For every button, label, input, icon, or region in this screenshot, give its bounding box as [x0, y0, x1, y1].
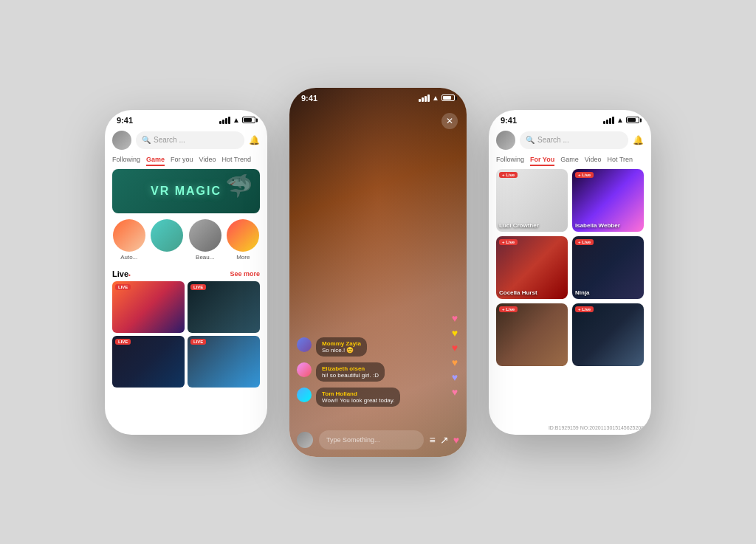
live-cards-grid: + Live Luci Crowther + Live Isabella Web… [489, 169, 651, 366]
stream-input-row: Type Something... ≡ ↗ ♥ [297, 430, 459, 450]
comment-bubble-3: Tom Holland Wow!! You look great today. [316, 388, 400, 407]
heart-5: ♥ [452, 371, 458, 383]
close-button[interactable]: ✕ [441, 113, 458, 129]
wifi-icon-center: ▲ [432, 94, 439, 102]
tab-video-right[interactable]: Video [585, 156, 602, 166]
status-icons-right: ▲ [603, 116, 639, 124]
list-icon[interactable]: ≡ [430, 434, 436, 446]
tab-hottrend-right[interactable]: Hot Tren [608, 156, 633, 166]
live-header: Live• See more [105, 266, 267, 281]
search-placeholder-left: Search ... [154, 136, 185, 144]
avatar-left[interactable] [112, 131, 131, 150]
live-card-3[interactable]: + Live Cocella Hurst [496, 236, 568, 299]
search-box-right[interactable]: 🔍 Search ... [520, 131, 628, 149]
see-more-btn[interactable]: See more [230, 270, 260, 278]
category-item[interactable]: Auto... [112, 219, 146, 261]
live-card-5[interactable]: + Live [496, 303, 568, 366]
tab-following-left[interactable]: Following [112, 156, 140, 166]
type-input[interactable]: Type Something... [319, 430, 424, 450]
status-bar-left: 9:41 ▲ [105, 110, 267, 128]
tab-following-right[interactable]: Following [496, 156, 524, 166]
battery-icon [242, 117, 255, 123]
tab-game-left[interactable]: Game [146, 156, 165, 166]
phone-left: 9:41 ▲ 🔍 Search ... 🔔 [105, 110, 267, 435]
hearts-area: ♥ ♥ ♥ ♥ ♥ ♥ [452, 312, 458, 398]
signal-icon-right [603, 117, 614, 124]
cat-circle-3 [189, 219, 221, 252]
live-card-2[interactable]: + Live Isabella Webber [572, 169, 644, 232]
signal-icon [219, 117, 230, 124]
comment-2: Elizabeth olsen hi! so beautiful girl. :… [297, 362, 422, 382]
battery-icon-center [441, 94, 455, 101]
tab-video-left[interactable]: Video [199, 156, 216, 166]
comment-1: Mommy Zayla So nice.! 😊 [297, 337, 422, 357]
status-bar-right: 9:41 ▲ [489, 110, 651, 128]
live-thumb-2[interactable]: LIVE [188, 281, 260, 333]
stream-background: 9:41 ▲ ✕ ♥ [289, 88, 467, 457]
phones-container: 9:41 ▲ 🔍 Search ... 🔔 [0, 0, 756, 544]
search-icon-left: 🔍 [142, 136, 151, 144]
live-thumb-4[interactable]: LIVE [188, 336, 260, 388]
comment-text-1: So nice.! 😊 [322, 347, 361, 354]
live-badge-card-6: + Live [575, 306, 594, 312]
nav-tabs-right: Following For You Game Video Hot Tren [489, 153, 651, 169]
tab-hottrend-left[interactable]: Hot Trend [221, 156, 251, 166]
banner-text-left: VR MAGIC [151, 185, 221, 198]
search-row-right: 🔍 Search ... 🔔 [489, 128, 651, 153]
comment-avatar-2 [297, 362, 312, 377]
live-grid-left: LIVE LIVE LIVE LIVE [105, 281, 267, 388]
banner-left: VR MAGIC 🦈 [112, 169, 260, 213]
comment-name-2: Elizabeth olsen [322, 365, 379, 372]
live-card-1[interactable]: + Live Luci Crowther [496, 169, 568, 232]
live-badge-card-2: + Live [575, 172, 594, 178]
tab-foryou-right[interactable]: For You [530, 156, 554, 166]
cat-circle-2 [151, 219, 183, 252]
heart-4: ♥ [452, 357, 458, 368]
heart-3: ♥ [452, 342, 458, 354]
heart-1: ♥ [452, 312, 458, 324]
live-badge-card-3: + Live [499, 239, 518, 245]
category-item[interactable] [151, 219, 185, 261]
bell-icon-right[interactable]: 🔔 [633, 135, 644, 145]
live-badge-card-4: + Live [575, 239, 594, 245]
avatar-right[interactable] [496, 131, 515, 150]
cat-circle-1 [113, 219, 145, 252]
stream-top-bar: ✕ [289, 106, 467, 137]
live-badge-card-1: + Live [499, 172, 518, 178]
live-card-label-2: Isabella Webber [575, 222, 620, 229]
category-item[interactable]: Beau... [188, 219, 222, 261]
comment-text-2: hi! so beautiful girl. :D [322, 372, 379, 379]
live-title: Live• [112, 269, 131, 278]
tab-foryou-left[interactable]: For you [171, 156, 193, 166]
live-thumb-3[interactable]: LIVE [112, 336, 185, 388]
search-row-left: 🔍 Search ... 🔔 [105, 128, 267, 153]
live-badge-3: LIVE [115, 339, 131, 345]
wifi-icon: ▲ [233, 116, 240, 124]
live-badge-2: LIVE [190, 284, 206, 290]
cat-label-1: Auto... [120, 254, 137, 261]
stream-action-icons: ≡ ↗ ♥ [430, 434, 459, 446]
input-avatar [297, 432, 313, 448]
heart-icon[interactable]: ♥ [453, 434, 459, 446]
nav-tabs-left: Following Game For you Video Hot Trend [105, 153, 267, 169]
comment-avatar-3 [297, 388, 312, 402]
live-thumb-1[interactable]: LIVE [112, 281, 185, 333]
comment-avatar-1 [297, 337, 312, 352]
heart-6: ♥ [452, 386, 458, 398]
live-card-label-3: Cocella Hurst [499, 289, 537, 296]
phone-right: 9:41 ▲ 🔍 Search ... 🔔 [489, 110, 651, 435]
phone-center: 9:41 ▲ ✕ ♥ [289, 88, 467, 457]
live-card-4[interactable]: + Live Ninja [572, 236, 644, 299]
tab-game-right[interactable]: Game [560, 156, 579, 166]
category-item[interactable]: More [227, 219, 261, 261]
bell-icon-left[interactable]: 🔔 [249, 135, 260, 145]
status-bar-center: 9:41 ▲ [289, 88, 467, 106]
share-icon[interactable]: ↗ [440, 434, 449, 446]
search-box-left[interactable]: 🔍 Search ... [136, 131, 244, 149]
stream-comments: Mommy Zayla So nice.! 😊 Elizabeth olsen … [297, 337, 422, 413]
time-center: 9:41 [301, 94, 317, 103]
status-icons-center: ▲ [419, 94, 455, 102]
category-grid-left: Auto... Beau... More [105, 219, 267, 266]
live-badge-4: LIVE [190, 339, 206, 345]
live-card-6[interactable]: + Live [572, 303, 644, 366]
